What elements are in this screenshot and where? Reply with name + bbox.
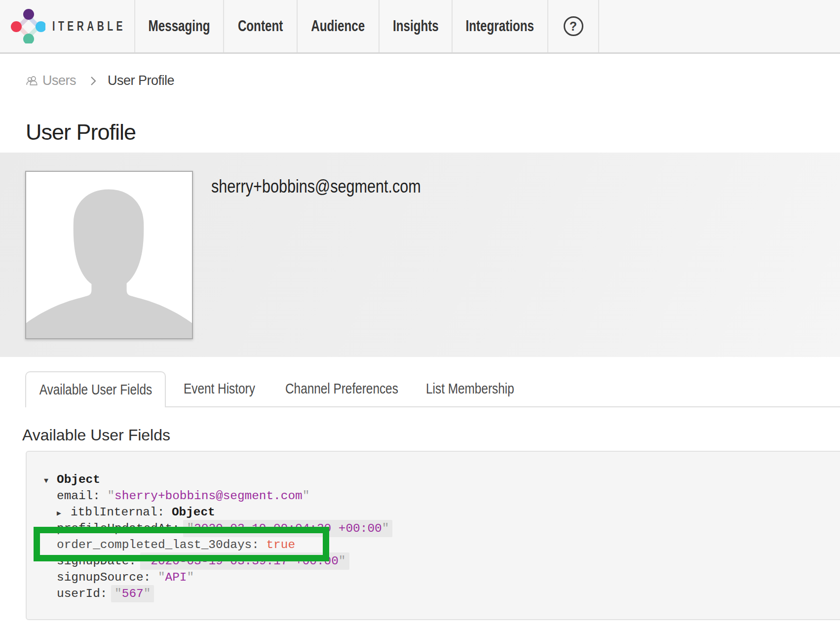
breadcrumb: Users User Profile: [26, 73, 174, 88]
section-heading: Available User Fields: [22, 426, 170, 444]
field-row-email: email: "sherry+bobbins@segment.com": [57, 488, 840, 504]
user-fields-json-viewer: ▼Object email: "sherry+bobbins@segment.c…: [26, 451, 840, 620]
nav-item-integrations[interactable]: Integrations: [453, 0, 548, 52]
field-row-signupSource: signupSource: "API": [57, 569, 840, 586]
field-row-profileUpdatedAt: profileUpdatedAt: "2020-03-19 09:04:30 +…: [57, 520, 840, 537]
help-icon: ?: [564, 16, 583, 36]
field-row-signupDate: signupDate: "2020-03-19 03:39:17 +00:00": [57, 553, 840, 569]
field-row-order_completed_last_30days: order_completed_last_30days: true: [57, 537, 840, 553]
nav-item-audience[interactable]: Audience: [298, 0, 380, 52]
nav-item-insights[interactable]: Insights: [380, 0, 453, 52]
collapse-arrow-icon[interactable]: ▼: [44, 473, 57, 489]
user-email: sherry+bobbins@segment.com: [211, 176, 421, 197]
tab-channel-preferences[interactable]: Channel Preferences: [285, 381, 420, 397]
profile-header-band: sherry+bobbins@segment.com: [0, 153, 840, 357]
tab-available-user-fields[interactable]: Available User Fields: [25, 371, 166, 407]
person-silhouette-icon: [26, 172, 192, 338]
page: ITERABLE MessagingContentAudienceInsight…: [0, 0, 840, 630]
json-root-row[interactable]: ▼Object: [57, 472, 840, 488]
field-row-userId: userId: "567": [57, 586, 840, 602]
nav-item-messaging[interactable]: Messaging: [135, 0, 224, 52]
brand-home-link[interactable]: ITERABLE: [0, 0, 135, 52]
breadcrumb-current: User Profile: [108, 73, 174, 88]
avatar-placeholder: [25, 171, 193, 339]
users-icon: [26, 75, 38, 87]
brand-text: ITERABLE: [52, 19, 126, 34]
iterable-logo-icon: [11, 9, 45, 43]
field-row-itblInternal[interactable]: ▶itblInternal: Object: [57, 504, 840, 520]
nav-item-content[interactable]: Content: [224, 0, 298, 52]
breadcrumb-users-link[interactable]: Users: [42, 73, 76, 88]
nav-spacer: [599, 0, 840, 52]
help-button[interactable]: ?: [548, 0, 599, 52]
top-nav: ITERABLE MessagingContentAudienceInsight…: [0, 0, 840, 54]
expand-arrow-icon[interactable]: ▶: [57, 506, 71, 522]
tab-event-history[interactable]: Event History: [184, 381, 268, 397]
chevron-right-icon: [90, 76, 97, 86]
tab-list-membership[interactable]: List Membership: [426, 381, 531, 397]
page-title: User Profile: [26, 119, 136, 145]
